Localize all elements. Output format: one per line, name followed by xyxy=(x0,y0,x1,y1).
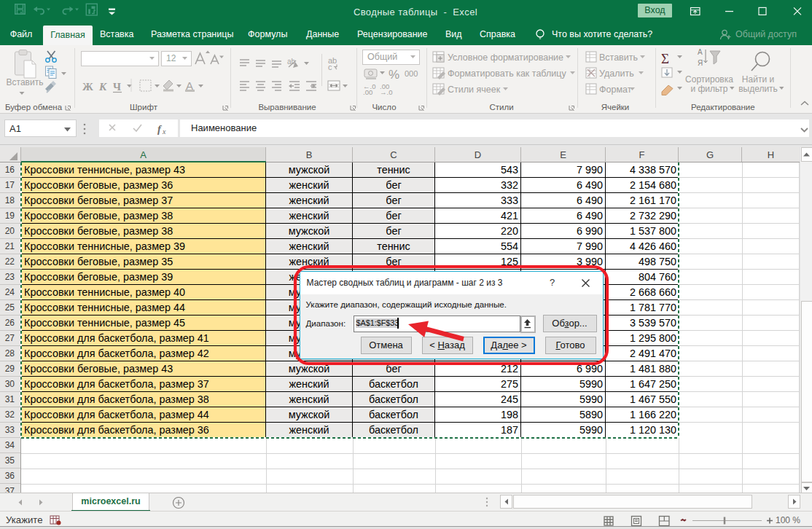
svg-text:А: А xyxy=(698,48,703,56)
svg-text:→.0: →.0 xyxy=(380,88,392,96)
svg-text:x: x xyxy=(162,128,166,136)
svg-text:Я: Я xyxy=(698,59,703,67)
svg-text:f: f xyxy=(157,123,163,135)
svg-text:К: К xyxy=(98,81,107,93)
svg-text:Ж: Ж xyxy=(82,81,93,93)
svg-text:%: % xyxy=(389,68,399,82)
svg-text:c: c xyxy=(328,63,332,71)
svg-text:.00: .00 xyxy=(363,88,372,96)
svg-text:000: 000 xyxy=(405,69,418,78)
svg-text:ab: ab xyxy=(287,58,296,66)
svg-text:Ч: Ч xyxy=(113,81,121,93)
svg-text:Σ: Σ xyxy=(661,51,669,66)
